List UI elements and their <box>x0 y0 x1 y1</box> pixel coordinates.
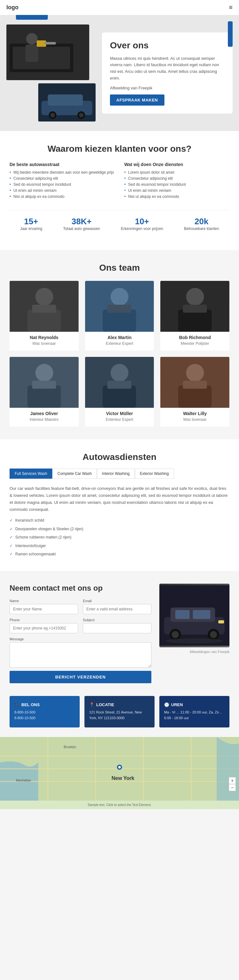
contact-section: Neem contact met ons op Name Email Phone… <box>0 571 239 696</box>
svg-rect-41 <box>175 610 189 619</box>
svg-point-61 <box>118 766 121 768</box>
svg-rect-32 <box>103 385 136 408</box>
hero-title: Over ons <box>110 40 225 51</box>
stat-washed-label: Totaal auto gewassen <box>63 226 100 231</box>
map-section: Brooklyn Manhattan New York + − <box>0 737 239 800</box>
stat-years: 15+ Jaar ervaring <box>20 216 42 231</box>
tab-full-services[interactable]: Full Services Wash <box>10 469 52 479</box>
why-col2-title: Wat wij doen Onze diensten <box>124 162 229 167</box>
why-section: Waarom kiezen klanten voor ons? De beste… <box>0 131 239 250</box>
hero-main-image <box>6 24 89 80</box>
team-role-alex: Exterieur Expert <box>85 341 154 346</box>
blue-accent-top <box>16 15 48 20</box>
stat-washed: 38K+ Totaal auto gewassen <box>63 216 100 231</box>
team-section: Ons team Nat Reynolds Was tovenaar <box>0 250 239 439</box>
team-role-victor: Exterieur Expert <box>85 417 154 422</box>
team-name-james: James Oliver <box>10 411 79 416</box>
phone-input[interactable] <box>10 623 78 633</box>
svg-point-35 <box>186 364 204 382</box>
svg-rect-4 <box>26 45 38 62</box>
team-photo-bob <box>160 281 229 332</box>
team-photo-walter <box>160 357 229 408</box>
message-textarea[interactable] <box>10 642 151 668</box>
why-col1-title: De beste autowasstraat <box>10 162 115 167</box>
why-col-1: De beste autowasstraat Wij bieden meerde… <box>10 162 115 200</box>
why-columns: De beste autowasstraat Wij bieden meerde… <box>10 162 229 200</box>
list-item: Nisi ut aliquip ex ea commodo <box>124 194 229 199</box>
stat-years-number: 15+ <box>20 216 42 226</box>
phone-label: Phone <box>10 618 78 622</box>
team-card-alex: Alex Martin Exterieur Expert <box>85 281 154 350</box>
list-item: Consectetur adipiscing elit <box>10 176 115 181</box>
hero-images <box>6 24 96 121</box>
team-name-victor: Victor Müller <box>85 411 154 416</box>
map-zoom-out[interactable]: − <box>229 784 236 791</box>
stat-awards-number: 10+ <box>121 216 163 226</box>
team-role-walter: Was tovenaar <box>160 417 229 422</box>
map-controls: + − <box>229 777 236 791</box>
service-content: Our car wash facilities feature flat-bel… <box>10 485 229 558</box>
why-col1-list: Wij bieden meerdere diensten aan voor ee… <box>10 170 115 199</box>
svg-rect-17 <box>32 305 56 313</box>
contact-image-column: Afbeeldingen van Freepik <box>159 584 229 683</box>
info-hours-lines: Ma - Vr ... 11:00 - 20:00 uur, Za, Zo ..… <box>164 710 225 721</box>
svg-rect-16 <box>27 310 61 332</box>
svg-rect-28 <box>27 385 61 408</box>
list-item: Sed do eiusmod tempor incididunt <box>124 182 229 187</box>
hero-credit: Afbeelding van Freepik <box>110 85 225 92</box>
svg-rect-33 <box>107 381 131 389</box>
submit-button[interactable]: BERICHT VERZENDEN <box>10 671 151 683</box>
team-card-james: James Oliver Interieur Maestro <box>10 357 79 426</box>
stat-washed-number: 38K+ <box>63 216 100 226</box>
hero-main-image-placeholder <box>6 24 89 80</box>
map-placeholder: Brooklyn Manhattan New York + − <box>0 737 239 800</box>
map-zoom-in[interactable]: + <box>229 777 236 784</box>
tab-interior-washing[interactable]: Interior Washing <box>97 469 135 479</box>
stat-clients-number: 20k <box>184 216 219 226</box>
info-hours-title: 🕐 UREN <box>164 702 225 707</box>
svg-rect-21 <box>107 305 131 313</box>
svg-rect-29 <box>32 381 56 389</box>
why-col2-list: Lorem ipsum dolor sit amet Consectetur a… <box>124 170 229 199</box>
service-description: Our car wash facilities feature flat-bel… <box>10 485 229 513</box>
email-input[interactable] <box>83 604 151 614</box>
svg-rect-20 <box>103 310 136 332</box>
tab-exterior-washing[interactable]: Exterior Washing <box>135 469 174 479</box>
svg-text:New York: New York <box>112 775 135 781</box>
svg-point-15 <box>35 288 53 305</box>
svg-rect-25 <box>183 305 207 313</box>
list-item: Nisi ut aliquip ex ea commodo <box>10 194 115 199</box>
team-name-walter: Walter Lilly <box>160 411 229 416</box>
services-section: Autowasdiensten Full Services Wash Compl… <box>0 439 239 571</box>
contact-credit: Afbeeldingen van Freepik <box>159 650 229 654</box>
info-location-title: 📍 LOCATIE <box>89 702 150 707</box>
svg-rect-37 <box>183 381 207 389</box>
subject-label: Subject <box>83 618 151 622</box>
hamburger-menu-icon[interactable]: ≡ <box>229 4 233 11</box>
svg-point-48 <box>166 638 223 643</box>
form-group-name: Name <box>10 599 78 614</box>
team-role-james: Interieur Maestro <box>10 417 79 422</box>
team-photo-james <box>10 357 79 408</box>
svg-rect-42 <box>193 610 210 619</box>
info-call-title: 📞 BEL ONS <box>14 702 75 707</box>
team-card-victor: Victor Müller Exterieur Expert <box>85 357 154 426</box>
hero-secondary-image <box>38 83 96 121</box>
svg-point-31 <box>111 364 128 382</box>
service-list-item: Interieurstofzuiger <box>10 542 229 550</box>
why-col-2: Wat wij doen Onze diensten Lorem ipsum d… <box>124 162 229 200</box>
list-item: Consectetur adipiscing elit <box>124 176 229 181</box>
list-item: Ut enim ad minim veniam <box>10 188 115 193</box>
subject-input[interactable] <box>83 623 151 633</box>
form-group-message: Message <box>10 637 151 668</box>
service-list: Keramisch schild Deurpanelen vloegen & S… <box>10 516 229 558</box>
svg-rect-2 <box>13 47 70 69</box>
stat-awards: 10+ Erkenningen voor prijzen <box>121 216 163 231</box>
phone-icon: 📞 <box>14 702 19 707</box>
tab-complete-wash[interactable]: Complete Car Wash <box>52 469 97 479</box>
team-photo-alex <box>85 281 154 332</box>
cta-button[interactable]: AFSPRAAK MAKEN <box>110 94 164 106</box>
list-item: Ut enim ad minim veniam <box>124 188 229 193</box>
logo: logo <box>6 4 18 11</box>
name-input[interactable] <box>10 604 78 614</box>
